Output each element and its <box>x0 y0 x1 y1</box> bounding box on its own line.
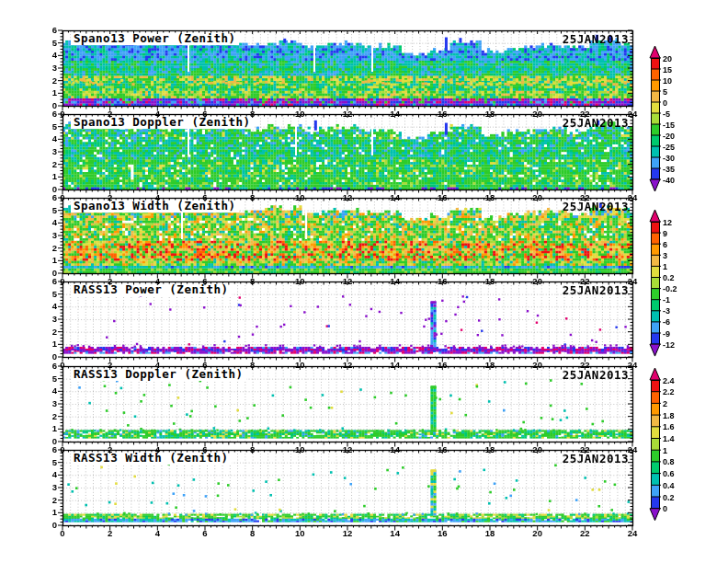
y-tick-label: 2 <box>42 76 57 86</box>
colorbar-tick-label: -20 <box>663 132 675 141</box>
colorbar-tick-label: 0.6 <box>663 469 675 478</box>
colorbar-tick-label: 20 <box>663 54 672 63</box>
x-tick-label: 12 <box>337 193 358 202</box>
x-tick-label: 6 <box>195 529 215 538</box>
y-tick-label: 4 <box>42 218 57 227</box>
panel-rass13-doppler: RASS13 Doppler (Zenith)25JAN2013 <box>63 366 632 442</box>
y-tick-label: 5 <box>42 458 57 467</box>
x-tick-label: 18 <box>480 277 500 286</box>
x-tick-label: 14 <box>385 361 405 370</box>
x-tick-label: 4 <box>147 529 167 538</box>
colorbar-tick-label: -6 <box>663 317 670 327</box>
y-tick-label: 0 <box>42 521 57 530</box>
colorbar-tick-label: -12 <box>663 340 675 350</box>
x-tick-label: 14 <box>385 445 405 454</box>
panel-spano13-doppler: Spano13 Doppler (Zenith)25JAN2013 <box>63 114 632 190</box>
x-tick-label: 20 <box>528 529 548 538</box>
colorbar-tick-label: 0 <box>663 98 667 108</box>
colorbar-tick-label: 15 <box>663 65 672 75</box>
y-tick-label: 1 <box>42 256 57 265</box>
x-tick-label: 24 <box>622 529 643 538</box>
y-tick-label: 4 <box>42 134 57 144</box>
x-tick-label: 18 <box>480 529 500 538</box>
colorbar-tick-label: 1.4 <box>663 434 675 443</box>
colorbar-tick-label: 0.2 <box>663 493 675 502</box>
x-tick-label: 2 <box>100 109 120 119</box>
x-tick-label: 4 <box>147 109 167 119</box>
x-tick-label: 4 <box>147 193 167 202</box>
x-tick-label: 14 <box>385 193 405 202</box>
colorbar-tick-label: -9 <box>663 329 670 339</box>
x-tick-label: 2 <box>100 529 120 538</box>
colorbar-tick-label: 0.4 <box>663 481 675 490</box>
x-tick-label: 16 <box>432 445 452 454</box>
x-tick-label: 6 <box>195 109 215 119</box>
colorbar-tick-label: 3 <box>663 251 667 260</box>
colorbar-tick-label: 9 <box>663 229 667 238</box>
colorbar-tick-label: 0.8 <box>663 457 675 466</box>
panel-date: 25JAN2013 <box>563 368 629 382</box>
x-tick-label: 18 <box>480 361 500 370</box>
colorbar-tick-label: -0.2 <box>663 284 677 293</box>
y-tick-label: 4 <box>42 386 57 396</box>
x-tick-label: 14 <box>385 109 405 119</box>
x-tick-label: 16 <box>432 109 452 119</box>
colorbar-tick-label: 2.4 <box>663 376 675 385</box>
x-tick-label: 10 <box>290 193 310 202</box>
colorbar-tick-label: 6 <box>663 240 667 249</box>
colorbar-tick-label: -25 <box>663 143 675 152</box>
x-tick-label: 2 <box>100 445 120 454</box>
x-tick-label: 22 <box>574 277 595 286</box>
y-tick-label: 3 <box>42 315 57 324</box>
y-tick-label: 2 <box>42 496 57 505</box>
x-tick-label: 24 <box>622 361 643 370</box>
panel-date: 25JAN2013 <box>563 32 629 46</box>
y-tick-label: 3 <box>42 399 57 408</box>
x-tick-label: 10 <box>290 529 310 538</box>
panel-spano13-power: Spano13 Power (Zenith)25JAN2013 <box>63 30 632 106</box>
x-tick-label: 6 <box>195 445 215 454</box>
x-tick-label: 4 <box>147 361 167 370</box>
colorbar-tick-label: 12 <box>663 218 672 227</box>
y-tick-label: 3 <box>42 147 57 156</box>
x-tick-label: 22 <box>574 193 595 202</box>
x-tick-label: 16 <box>432 277 452 286</box>
x-tick-label: 4 <box>147 277 167 286</box>
colorbar-tick-label: -5 <box>663 109 670 119</box>
colorbar-tick-label: 0.2 <box>663 273 675 282</box>
y-tick-label: 3 <box>42 63 57 73</box>
y-tick-label: 5 <box>42 39 57 48</box>
y-tick-label: 2 <box>42 160 57 169</box>
x-tick-label: 8 <box>243 193 263 202</box>
colorbar-tick-label: 2.2 <box>663 387 675 396</box>
x-tick-label: 22 <box>574 529 595 538</box>
y-tick-label: 4 <box>42 470 57 479</box>
x-tick-label: 20 <box>528 277 548 286</box>
x-tick-label: 16 <box>432 529 452 538</box>
y-tick-label: 1 <box>42 339 57 349</box>
y-tick-label: 4 <box>42 51 57 60</box>
panel-rass13-width: RASS13 Width (Zenith)25JAN2013 <box>63 450 632 525</box>
x-tick-label: 6 <box>195 361 215 370</box>
panel-date: 25JAN2013 <box>563 200 629 213</box>
x-tick-label: 6 <box>195 277 215 286</box>
y-tick-label: 3 <box>42 231 57 240</box>
x-tick-label: 8 <box>243 529 263 538</box>
y-tick-label: 6 <box>42 109 57 119</box>
colorbar-tick-label: 1 <box>663 446 667 455</box>
x-tick-label: 12 <box>337 445 358 454</box>
x-tick-label: 10 <box>290 109 310 119</box>
y-tick-label: 6 <box>42 362 57 371</box>
x-tick-label: 8 <box>243 445 263 454</box>
x-tick-label: 8 <box>243 109 263 119</box>
x-tick-label: 24 <box>622 109 643 119</box>
colorbar-tick-label: -1 <box>663 295 670 304</box>
colorbar-tick-label: 1.8 <box>663 411 675 420</box>
x-tick-label: 12 <box>337 109 358 119</box>
y-tick-label: 1 <box>42 508 57 517</box>
x-tick-label: 12 <box>337 361 358 370</box>
panel-date: 25JAN2013 <box>563 283 629 297</box>
y-tick-label: 1 <box>42 172 57 181</box>
colorbar-tick-label: -30 <box>663 154 675 163</box>
x-tick-label: 8 <box>243 361 263 370</box>
